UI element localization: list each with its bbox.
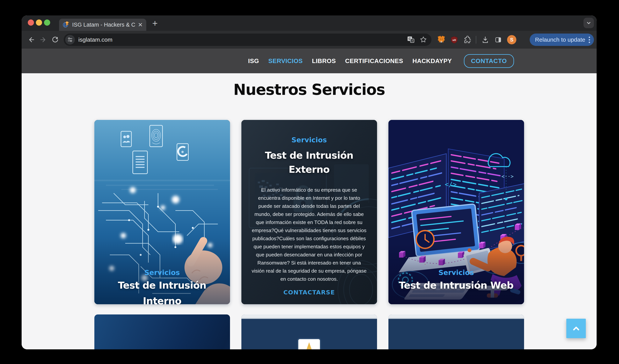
services-row-2 bbox=[94, 314, 524, 349]
browser-window: ISG Latam - Hackers & Cibers ✕ + bbox=[22, 15, 597, 349]
window-controls bbox=[28, 19, 50, 26]
services-row-1: Servicios Test de Intrusión Interno bbox=[94, 120, 524, 304]
new-tab-button[interactable]: + bbox=[150, 18, 160, 28]
service-card-partial-1[interactable] bbox=[94, 314, 230, 349]
extensions-menu-button[interactable] bbox=[463, 36, 471, 44]
downloads-button[interactable] bbox=[481, 36, 489, 44]
tab-close-icon[interactable]: ✕ bbox=[138, 22, 143, 28]
card-title-line1: Test de Intrusión bbox=[251, 148, 367, 162]
card-caption: Servicios Test de Intrusión Interno bbox=[94, 268, 230, 304]
contactarse-link[interactable]: CONTACTARSE bbox=[283, 289, 335, 296]
card-description: El activo informático de su empresa que … bbox=[251, 186, 367, 283]
nav-item-servicios[interactable]: SERVICIOS bbox=[268, 57, 303, 65]
nav-item-certificaciones[interactable]: CERTIFICACIONES bbox=[345, 57, 403, 65]
nav-item-isg[interactable]: ISG bbox=[248, 57, 259, 65]
page-viewport: ISG SERVICIOS LIBROS CERTIFICACIONES HAC… bbox=[22, 49, 597, 349]
reload-icon bbox=[51, 36, 59, 44]
tune-icon bbox=[67, 36, 73, 43]
relaunch-to-update-button[interactable]: Relaunch to update bbox=[530, 34, 594, 46]
card-title-line2: Interno bbox=[94, 294, 230, 304]
service-card-partial-2[interactable] bbox=[241, 314, 377, 349]
bookmark-star-button[interactable] bbox=[420, 36, 427, 44]
toolbar-divider bbox=[476, 36, 476, 44]
browser-menu-kebab-icon[interactable] bbox=[589, 37, 590, 43]
extensions-area: uO S bbox=[437, 35, 516, 44]
tab-strip: ISG Latam - Hackers & Cibers ✕ + bbox=[22, 15, 597, 31]
chevron-up-icon bbox=[571, 324, 581, 334]
window-fullscreen-button[interactable] bbox=[44, 19, 50, 26]
card-category-label: Servicios bbox=[251, 136, 367, 144]
translate-icon: G A bbox=[407, 36, 415, 44]
scroll-to-top-button[interactable] bbox=[566, 319, 586, 338]
forward-button[interactable] bbox=[38, 34, 49, 45]
svg-text:<··>: <··> bbox=[502, 174, 514, 179]
page-title: Nuestros Servicios bbox=[22, 81, 597, 98]
window-close-button[interactable] bbox=[28, 19, 34, 26]
svg-text:A: A bbox=[411, 40, 413, 42]
rocket-illustration bbox=[297, 338, 321, 349]
chevron-down-icon bbox=[585, 19, 592, 27]
card-caption: Servicios Test de Intrusión Web bbox=[388, 268, 524, 293]
sidebar-icon bbox=[494, 36, 502, 44]
ublock-extension-button[interactable]: uO bbox=[450, 36, 458, 44]
svg-text:uO: uO bbox=[452, 39, 456, 41]
back-arrow-icon bbox=[27, 36, 36, 44]
card-text-content: Servicios Test de Intrusión Externo El a… bbox=[241, 120, 377, 304]
card-title-line1: Test de Intrusión bbox=[94, 278, 230, 293]
card-title-line1: Test de Intrusión Web bbox=[388, 278, 524, 293]
metamask-extension-button[interactable] bbox=[437, 36, 445, 44]
service-card-interno[interactable]: Servicios Test de Intrusión Interno bbox=[94, 120, 230, 304]
browser-toolbar: isglatam.com G A bbox=[22, 31, 597, 49]
reload-button[interactable] bbox=[50, 34, 61, 45]
url-text[interactable]: isglatam.com bbox=[78, 36, 407, 43]
service-card-partial-3[interactable] bbox=[388, 314, 524, 349]
site-info-button[interactable] bbox=[65, 35, 75, 44]
site-navbar: ISG SERVICIOS LIBROS CERTIFICACIONES HAC… bbox=[22, 49, 597, 73]
tab-title: ISG Latam - Hackers & Cibers bbox=[72, 22, 135, 28]
back-button[interactable] bbox=[26, 34, 37, 45]
address-bar[interactable]: isglatam.com G A bbox=[64, 34, 431, 46]
site-favicon-icon bbox=[63, 21, 70, 29]
download-icon bbox=[481, 36, 489, 44]
window-minimize-button[interactable] bbox=[36, 19, 42, 26]
card-title-line2: Externo bbox=[251, 162, 367, 177]
desktop-background: ISG Latam - Hackers & Cibers ✕ + bbox=[0, 0, 619, 364]
service-card-externo[interactable]: Servicios Test de Intrusión Externo El a… bbox=[241, 120, 377, 304]
translate-button[interactable]: G A bbox=[407, 36, 415, 44]
profile-avatar[interactable]: S bbox=[507, 35, 516, 44]
svg-text:</>: </> bbox=[445, 180, 457, 188]
relaunch-label: Relaunch to update bbox=[535, 36, 585, 43]
nav-item-hackdaypy[interactable]: HACKDAYPY bbox=[412, 57, 452, 65]
forward-arrow-icon bbox=[39, 36, 47, 44]
page-content: Nuestros Servicios bbox=[22, 73, 597, 349]
side-panel-button[interactable] bbox=[494, 36, 502, 44]
browser-tab[interactable]: ISG Latam - Hackers & Cibers ✕ bbox=[59, 19, 146, 31]
service-card-web[interactable]: </> <··> bbox=[388, 120, 524, 304]
contacto-button[interactable]: CONTACTO bbox=[464, 54, 514, 68]
ublock-shield-icon: uO bbox=[450, 36, 458, 44]
card-category-label: Servicios bbox=[94, 268, 230, 277]
puzzle-icon bbox=[463, 36, 471, 44]
star-icon bbox=[420, 36, 427, 44]
card-category-label: Servicios bbox=[388, 268, 524, 277]
tab-search-chevron-button[interactable] bbox=[583, 18, 594, 28]
nav-item-libros[interactable]: LIBROS bbox=[312, 57, 336, 65]
metamask-fox-icon bbox=[437, 36, 445, 44]
